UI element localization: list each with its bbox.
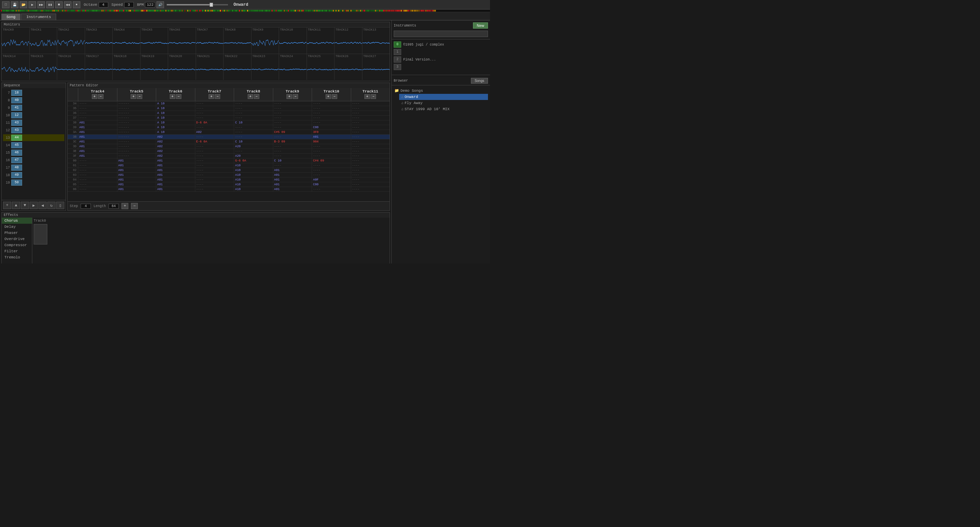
- cell-13-7[interactable]: ----: [351, 163, 390, 168]
- instrument-dropdown[interactable]: [394, 30, 488, 37]
- cell-16-0[interactable]: ----: [78, 178, 117, 182]
- cell-5-7[interactable]: ----: [351, 125, 390, 130]
- cell-18-0[interactable]: ----: [78, 187, 117, 191]
- cell-11-7[interactable]: ----: [351, 154, 390, 158]
- cell-10-1[interactable]: ------: [117, 149, 156, 153]
- length-plus-btn[interactable]: +: [121, 203, 128, 209]
- pattern-row-3F[interactable]: 3FA01------A02----A20------------: [68, 154, 390, 159]
- cell-12-2[interactable]: A01: [156, 159, 195, 163]
- cell-6-1[interactable]: ------: [117, 130, 156, 134]
- cell-11-5[interactable]: ----: [273, 154, 312, 158]
- cell-10-2[interactable]: A02: [156, 149, 195, 153]
- cell-13-5[interactable]: ----: [273, 163, 312, 168]
- cell-13-6[interactable]: ----: [312, 163, 351, 168]
- cell-16-4[interactable]: A10: [234, 178, 273, 182]
- open-btn[interactable]: 📂: [20, 2, 27, 8]
- cell-13-4[interactable]: A10: [234, 163, 273, 168]
- seq-row-19[interactable]: 19 50: [3, 179, 64, 186]
- seq-btn-8[interactable]: 40: [11, 97, 22, 103]
- cell-1-0[interactable]: ----: [78, 106, 117, 111]
- effect-item-tremolo[interactable]: Tremolo: [2, 254, 32, 260]
- seq-left-btn[interactable]: ◀: [38, 202, 47, 209]
- pattern-row-3E[interactable]: 3EA01------A02--------------------: [68, 149, 390, 154]
- effect-item-delay[interactable]: Delay: [2, 224, 32, 230]
- cell-12-7[interactable]: ----: [351, 159, 390, 163]
- cell-6-6[interactable]: 3F0: [312, 130, 351, 134]
- cell-10-6[interactable]: ----: [312, 149, 351, 153]
- pattern-row-39[interactable]: 39A01------A 10------------C00----: [68, 125, 390, 130]
- cell-3-5[interactable]: ----: [273, 116, 312, 120]
- cell-4-4[interactable]: C 10: [234, 121, 273, 125]
- cell-1-1[interactable]: ------: [117, 106, 156, 111]
- speed-value[interactable]: 3: [124, 2, 134, 8]
- seq-right-btn[interactable]: ▶: [30, 202, 38, 209]
- effect-item-overdrive[interactable]: Overdrive: [2, 236, 32, 242]
- pattern-row-3A[interactable]: 3AA01------A 10A02----C#5 093F0----: [68, 130, 390, 135]
- seq-row-9[interactable]: 9 41: [3, 105, 64, 111]
- track-minus-0[interactable]: −: [98, 94, 103, 99]
- cell-4-2[interactable]: A 10: [156, 121, 195, 125]
- cell-4-5[interactable]: ----: [273, 121, 312, 125]
- cell-0-6[interactable]: ----: [312, 101, 351, 106]
- cell-10-7[interactable]: ----: [351, 149, 390, 153]
- seq-row-16[interactable]: 16 47: [3, 157, 64, 163]
- cell-2-0[interactable]: ----: [78, 111, 117, 115]
- effect-item-compressor[interactable]: Compressor: [2, 242, 32, 248]
- pattern-row-36[interactable]: 36----------A 10--------------------: [68, 111, 390, 116]
- cell-7-5[interactable]: ----: [273, 135, 312, 139]
- seq-down-btn[interactable]: ▼: [21, 202, 29, 209]
- cell-2-6[interactable]: ----: [312, 111, 351, 115]
- cell-9-7[interactable]: ----: [351, 144, 390, 149]
- cell-11-1[interactable]: ------: [117, 154, 156, 158]
- pattern-row-38[interactable]: 38A01------A 10D-6 0AC 10------------: [68, 121, 390, 125]
- cell-15-1[interactable]: A01: [117, 173, 156, 177]
- cell-17-0[interactable]: ----: [78, 182, 117, 187]
- cell-12-1[interactable]: A01: [117, 159, 156, 163]
- cell-14-7[interactable]: ----: [351, 168, 390, 172]
- cell-3-2[interactable]: A 10: [156, 116, 195, 120]
- cell-2-3[interactable]: ----: [195, 111, 234, 115]
- cell-11-6[interactable]: ----: [312, 154, 351, 158]
- cell-1-5[interactable]: ----: [273, 106, 312, 111]
- track-plus-1[interactable]: +: [130, 94, 136, 99]
- cell-2-5[interactable]: ----: [273, 111, 312, 115]
- pattern-row-3D[interactable]: 3DA01------A02----A20------------: [68, 144, 390, 149]
- track-plus-5[interactable]: +: [286, 94, 292, 99]
- cell-4-0[interactable]: A01: [78, 121, 117, 125]
- seq-btn-10[interactable]: 12: [11, 112, 22, 118]
- cell-8-2[interactable]: A02: [156, 140, 195, 144]
- cell-3-0[interactable]: ----: [78, 116, 117, 120]
- cell-12-6[interactable]: C#4 09: [312, 159, 351, 163]
- effect-item-phaser[interactable]: Phaser: [2, 230, 32, 236]
- cell-14-6[interactable]: ----: [312, 168, 351, 172]
- cell-3-7[interactable]: ----: [351, 116, 390, 120]
- cell-6-7[interactable]: ----: [351, 130, 390, 134]
- pattern-row-34[interactable]: 34----------A 10--------------------: [68, 101, 390, 106]
- pattern-row-01[interactable]: 01----A01A01----A10------------: [68, 163, 390, 168]
- cell-4-7[interactable]: ----: [351, 121, 390, 125]
- cell-10-5[interactable]: ----: [273, 149, 312, 153]
- cell-2-2[interactable]: A 10: [156, 111, 195, 115]
- cell-15-5[interactable]: A01: [273, 173, 312, 177]
- seq-row-8[interactable]: 8 40: [3, 97, 64, 104]
- track-plus-3[interactable]: +: [208, 94, 214, 99]
- cell-8-3[interactable]: E-6 0A: [195, 140, 234, 144]
- seq-row-12[interactable]: 12 43: [3, 127, 64, 133]
- cell-8-1[interactable]: ------: [117, 140, 156, 144]
- seq-btn-11[interactable]: 43: [11, 120, 22, 126]
- pattern-row-06[interactable]: 06----A01A01----A10A01--------: [68, 187, 390, 192]
- cell-0-5[interactable]: ----: [273, 101, 312, 106]
- cell-17-7[interactable]: ----: [351, 182, 390, 187]
- cell-18-3[interactable]: ----: [195, 187, 234, 191]
- track-minus-6[interactable]: −: [332, 94, 337, 99]
- seq-row-10[interactable]: 10 12: [3, 112, 64, 119]
- cell-10-3[interactable]: ----: [195, 149, 234, 153]
- cell-0-1[interactable]: ------: [117, 101, 156, 106]
- octave-value[interactable]: 4: [99, 2, 108, 8]
- cell-16-6[interactable]: A0F: [312, 178, 351, 182]
- cell-7-6[interactable]: A01: [312, 135, 351, 139]
- cell-1-7[interactable]: ----: [351, 106, 390, 111]
- cell-8-4[interactable]: C 10: [234, 140, 273, 144]
- seq-row-11[interactable]: 11 43: [3, 119, 64, 126]
- bpm-value[interactable]: 122: [145, 2, 155, 8]
